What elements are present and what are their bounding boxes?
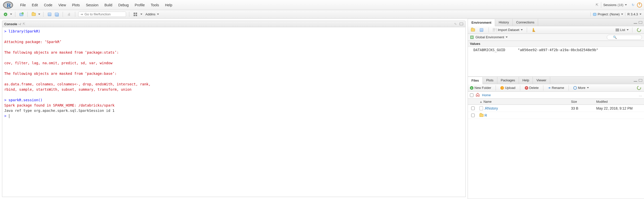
file-name-link[interactable]: R xyxy=(485,113,487,117)
env-search[interactable] xyxy=(607,35,642,40)
delete-button[interactable]: ✕Delete xyxy=(525,86,539,90)
goto-file-field[interactable] xyxy=(85,12,124,16)
workspace: Console ~/ ⇱ ✎ > library(SparkR)Attachin… xyxy=(0,19,644,199)
file-checkbox[interactable] xyxy=(471,107,475,110)
file-row: R xyxy=(468,112,644,119)
print-button[interactable]: 🖨 xyxy=(66,12,72,17)
tab-connections[interactable]: Connections xyxy=(513,19,538,26)
project-menu[interactable]: Project: (None) xyxy=(590,12,623,16)
menu-profile[interactable]: Profile xyxy=(132,2,148,9)
rstudio-logo: R xyxy=(2,0,14,11)
tab-plots[interactable]: Plots xyxy=(483,77,497,84)
chevron-down-icon xyxy=(10,14,12,15)
open-file-button[interactable] xyxy=(31,12,37,17)
tab-packages[interactable]: Packages xyxy=(497,77,519,84)
menu-tools[interactable]: Tools xyxy=(148,2,162,9)
panes-button[interactable] xyxy=(132,12,138,17)
env-scope-bar: Global Environment xyxy=(468,34,644,41)
chevron-down-icon xyxy=(639,14,641,15)
upload-button[interactable]: ↑Upload xyxy=(500,86,515,90)
menu-plots[interactable]: Plots xyxy=(69,2,83,9)
clear-icon[interactable]: ✎ xyxy=(453,22,457,26)
env-row[interactable]: DATABRICKS_GUID"a856ee92-a897-4f2b-a19a-… xyxy=(468,47,644,53)
chevron-down-icon xyxy=(621,14,623,15)
folder-icon xyxy=(479,114,484,117)
maximize-icon[interactable] xyxy=(638,20,642,24)
menu-session[interactable]: Session xyxy=(83,2,101,9)
environment-pane: EnvironmentHistoryConnections Import Dat… xyxy=(468,19,644,77)
more-button[interactable]: More xyxy=(573,86,589,90)
chevron-down-icon xyxy=(140,14,142,15)
save-workspace-button[interactable] xyxy=(478,27,485,33)
svg-rect-12 xyxy=(471,37,473,38)
recycle-icon[interactable]: ↻ xyxy=(631,3,635,7)
popout-icon[interactable]: ⇱ xyxy=(22,22,26,26)
col-size[interactable]: Size xyxy=(571,99,596,105)
refresh-files-button[interactable] xyxy=(636,85,642,91)
window-icon[interactable] xyxy=(459,22,463,26)
import-dataset-button[interactable]: Import Dataset xyxy=(493,28,523,32)
minimize-icon[interactable] xyxy=(633,78,637,82)
col-modified[interactable]: Modified xyxy=(596,99,644,105)
console-header: Console ~/ ⇱ ✎ xyxy=(2,21,466,27)
minimize-icon[interactable] xyxy=(633,20,637,24)
env-tabbar: EnvironmentHistoryConnections xyxy=(468,19,644,26)
menu-debug[interactable]: Debug xyxy=(115,2,132,9)
sessions-label: Sessions xyxy=(603,3,617,7)
right-pane: EnvironmentHistoryConnections Import Dat… xyxy=(468,19,644,199)
breadcrumb-home[interactable]: Home xyxy=(482,93,491,97)
r-version-label: R 3.4.3 xyxy=(627,12,638,16)
env-search-input[interactable] xyxy=(607,35,642,40)
menu-build[interactable]: Build xyxy=(101,2,115,9)
col-name[interactable]: ▲ Name xyxy=(478,99,571,105)
console-output[interactable]: > library(SparkR)Attaching package: ‘Spa… xyxy=(2,27,466,197)
menu-view[interactable]: View xyxy=(55,2,69,9)
save-all-button[interactable] xyxy=(54,12,60,17)
svg-rect-6 xyxy=(593,13,596,16)
rename-button[interactable]: ➜Rename xyxy=(548,86,564,90)
maximize-icon[interactable] xyxy=(638,78,642,82)
r-version-menu[interactable]: R 3.4.3 xyxy=(625,12,641,16)
chevron-down-icon xyxy=(521,29,523,30)
files-toolbar: +New Folder ↑Upload ✕Delete ➜Rename More xyxy=(468,84,644,92)
menu-help[interactable]: Help xyxy=(162,2,175,9)
clear-workspace-button[interactable] xyxy=(531,27,537,33)
tab-history[interactable]: History xyxy=(495,19,512,26)
project-label: Project: (None) xyxy=(598,12,620,16)
file-name-link[interactable]: .Rhistory xyxy=(484,106,498,110)
chevron-down-icon xyxy=(625,4,627,6)
tab-environment[interactable]: Environment xyxy=(468,19,495,26)
more-path-button[interactable]: … xyxy=(639,93,642,97)
menu-file[interactable]: File xyxy=(17,2,29,9)
menubar: R FileEditCodeViewPlotsSessionBuildDebug… xyxy=(0,0,644,10)
menu-code[interactable]: Code xyxy=(41,2,55,9)
new-project-button[interactable]: + xyxy=(18,12,24,17)
view-mode-button[interactable]: List xyxy=(616,28,629,32)
file-rows: .Rhistory33 BMay 22, 2018, 9:12 PM R xyxy=(468,105,644,119)
load-workspace-button[interactable] xyxy=(470,27,476,33)
select-all-checkbox[interactable] xyxy=(470,93,473,97)
file-checkbox[interactable] xyxy=(471,114,475,117)
chevron-down-icon xyxy=(506,37,508,38)
new-folder-button[interactable]: +New Folder xyxy=(470,86,491,90)
menu-edit[interactable]: Edit xyxy=(29,2,41,9)
power-icon[interactable] xyxy=(637,3,642,8)
goto-file-input[interactable]: ➔ xyxy=(78,12,126,17)
file-modified: May 22, 2018, 9:12 PM xyxy=(596,106,644,110)
addins-button[interactable]: Addins xyxy=(145,12,159,16)
scope-selector[interactable]: Global Environment xyxy=(475,35,508,39)
tab-files[interactable]: Files xyxy=(468,77,483,84)
env-toolbar: Import Dataset List xyxy=(468,26,644,34)
tab-help[interactable]: Help xyxy=(519,77,533,84)
refresh-button[interactable] xyxy=(636,27,642,33)
sessions-button[interactable]: Sessions (18) xyxy=(601,2,629,8)
new-file-button[interactable]: + xyxy=(3,12,9,17)
share-icon[interactable]: ⇱ xyxy=(595,3,599,7)
console-pane: Console ~/ ⇱ ✎ > library(SparkR)Attachin… xyxy=(0,19,468,199)
tab-viewer[interactable]: Viewer xyxy=(533,77,550,84)
home-icon[interactable] xyxy=(475,92,480,98)
files-tabbar: FilesPlotsPackagesHelpViewer xyxy=(468,77,644,84)
env-rows: DATABRICKS_GUID"a856ee92-a897-4f2b-a19a-… xyxy=(468,47,644,53)
breadcrumb-row: Home … xyxy=(468,92,644,99)
save-button[interactable] xyxy=(47,12,53,17)
